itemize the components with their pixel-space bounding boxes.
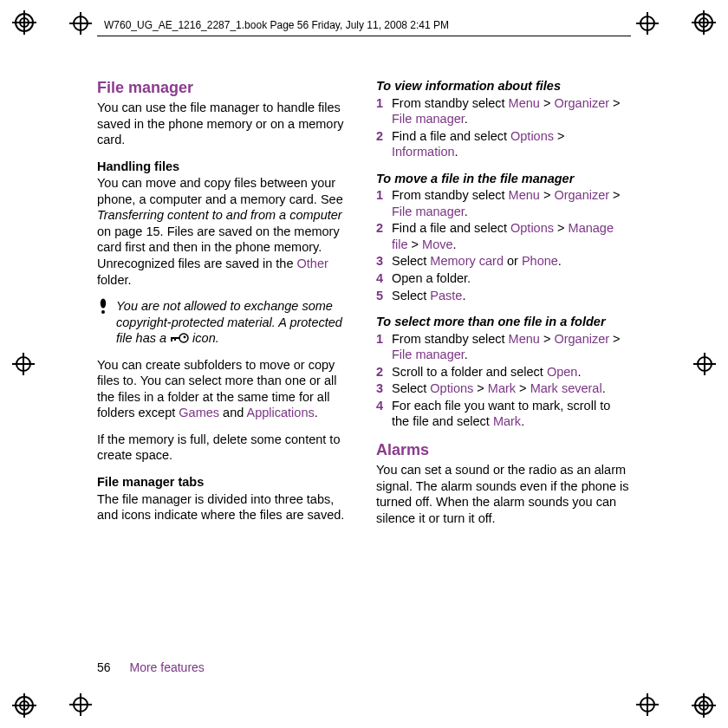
step-body: From standby select Menu > Organizer > F… <box>392 95 631 127</box>
svg-point-17 <box>101 310 105 314</box>
ui-term: Menu <box>509 332 540 346</box>
step-item: 1From standby select Menu > Organizer > … <box>376 95 631 127</box>
ui-term: Phone <box>522 254 558 268</box>
registration-mark-icon <box>12 693 36 718</box>
page-body: File manager You can use the file manage… <box>97 78 631 650</box>
crop-mark-icon <box>636 12 659 35</box>
ui-term: File manager <box>392 205 465 218</box>
step-number: 2 <box>376 128 387 160</box>
step-item: 1From standby select Menu > Organizer > … <box>376 331 631 363</box>
header-rule <box>97 36 631 36</box>
step-item: 4For each file you want to mark, scroll … <box>376 398 631 430</box>
ui-term: Mark <box>493 414 521 428</box>
ui-term: Options <box>510 221 554 235</box>
subheading-handling-files: Handling files <box>97 159 352 175</box>
svg-rect-22 <box>174 337 176 341</box>
steps-list: 1From standby select Menu > Organizer > … <box>376 95 631 160</box>
crop-mark-icon <box>693 353 716 375</box>
ui-term: Mark <box>488 381 516 395</box>
ui-term: Other <box>297 257 328 270</box>
step-number: 1 <box>376 331 387 363</box>
ui-term: Applications <box>247 406 315 419</box>
text: icon. <box>189 331 219 345</box>
step-body: Scroll to a folder and select Open. <box>392 364 631 380</box>
heading-alarms: Alarms <box>376 440 631 460</box>
ui-term: Move <box>422 237 452 251</box>
page-number: 56 <box>97 660 111 674</box>
ui-term: File manager <box>392 112 465 126</box>
note-text: You are not allowed to exchange some cop… <box>116 298 352 347</box>
step-body: Select Memory card or Phone. <box>392 253 631 270</box>
steps-list: 1From standby select Menu > Organizer > … <box>376 187 631 303</box>
registration-mark-icon <box>12 10 36 35</box>
step-number: 4 <box>376 270 387 287</box>
step-number: 2 <box>376 220 387 252</box>
subheading-view-info: To view information about files <box>376 78 631 94</box>
ui-term: Open <box>547 365 577 379</box>
left-column: File manager You can use the file manage… <box>97 78 352 650</box>
ui-term: Memory card <box>430 254 504 268</box>
ui-term: Menu <box>509 96 540 110</box>
crop-mark-icon <box>636 693 659 716</box>
registration-mark-icon <box>692 693 716 718</box>
paragraph: The file manager is divided into three t… <box>97 491 352 523</box>
step-item: 5Select Paste. <box>376 288 631 304</box>
step-body: From standby select Menu > Organizer > F… <box>392 187 631 219</box>
ui-term: Organizer <box>554 96 609 110</box>
step-body: Open a folder. <box>392 270 631 287</box>
ui-term: Options <box>510 129 554 143</box>
step-item: 2Find a file and select Options > Inform… <box>376 128 631 160</box>
text: You are not allowed to exchange some cop… <box>116 299 342 345</box>
step-number: 1 <box>376 187 387 219</box>
svg-rect-21 <box>171 337 172 341</box>
step-number: 3 <box>376 253 387 270</box>
subheading-file-manager-tabs: File manager tabs <box>97 474 352 491</box>
ui-term: Organizer <box>554 188 609 202</box>
exclamation-icon <box>97 298 109 347</box>
paragraph: You can set a sound or the radio as an a… <box>376 462 631 526</box>
ui-term: Paste <box>430 289 462 302</box>
step-number: 2 <box>376 364 387 380</box>
note: You are not allowed to exchange some cop… <box>97 298 352 347</box>
ui-term: File manager <box>392 348 465 361</box>
text: You can move and copy files between your… <box>97 176 343 206</box>
step-body: Select Paste. <box>392 288 631 304</box>
step-body: From standby select Menu > Organizer > F… <box>392 331 631 363</box>
ui-term: Organizer <box>554 332 609 346</box>
ui-term: Information <box>392 145 455 159</box>
right-column: To view information about files 1From st… <box>376 78 631 650</box>
doc-header: W760_UG_AE_1216_2287_1.book Page 56 Frid… <box>104 19 449 31</box>
step-body: Find a file and select Options > Informa… <box>392 128 631 160</box>
text-italic: Transferring content to and from a compu… <box>97 208 342 222</box>
text: and <box>219 406 246 419</box>
step-item: 2Scroll to a folder and select Open. <box>376 364 631 380</box>
ui-term: Menu <box>509 188 540 202</box>
ui-term: Options <box>430 381 473 395</box>
step-item: 3Select Options > Mark > Mark several. <box>376 380 631 397</box>
step-item: 1From standby select Menu > Organizer > … <box>376 187 631 219</box>
crop-mark-icon <box>69 693 92 716</box>
step-item: 3Select Memory card or Phone. <box>376 253 631 270</box>
page-footer: 56 More features <box>97 660 205 674</box>
svg-point-18 <box>179 334 188 342</box>
paragraph: You can create subfolders to move or cop… <box>97 357 352 421</box>
step-body: Select Options > Mark > Mark several. <box>392 380 631 397</box>
step-number: 3 <box>376 380 387 397</box>
svg-point-19 <box>184 336 186 339</box>
ui-term: Games <box>179 406 219 419</box>
subheading-select-multiple: To select more than one file in a folder <box>376 314 631 330</box>
paragraph: If the memory is full, delete some conte… <box>97 432 352 464</box>
svg-point-16 <box>101 299 106 309</box>
section-name: More features <box>129 660 204 674</box>
key-icon <box>170 332 189 344</box>
subheading-move-file: To move a file in the file manager <box>376 171 631 187</box>
step-number: 4 <box>376 398 387 430</box>
crop-mark-icon <box>12 353 35 375</box>
crop-mark-icon <box>69 12 92 35</box>
text: . <box>315 406 318 419</box>
step-item: 4Open a folder. <box>376 270 631 287</box>
paragraph: You can use the file manager to handle f… <box>97 100 352 148</box>
ui-term: Mark several <box>530 381 602 395</box>
paragraph: You can move and copy files between your… <box>97 175 352 288</box>
registration-mark-icon <box>692 10 716 35</box>
